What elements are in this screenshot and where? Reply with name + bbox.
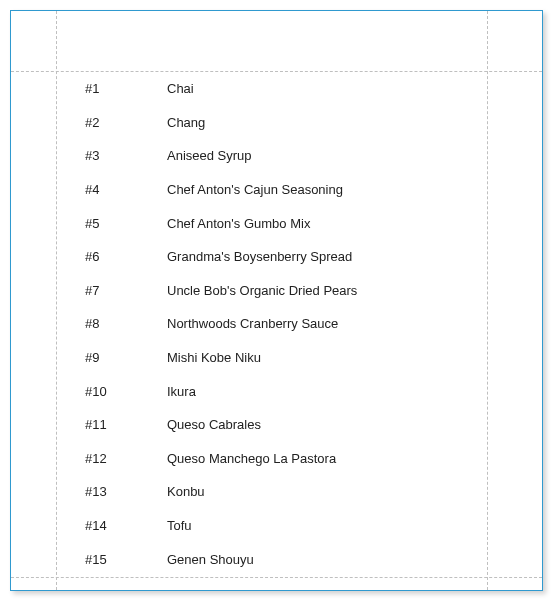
page: #1 Chai #2 Chang #3 Aniseed Syrup #4 Che… (0, 0, 555, 603)
item-index: #2 (57, 115, 167, 130)
list-item: #5 Chef Anton's Gumbo Mix (57, 206, 486, 240)
item-name: Queso Cabrales (167, 417, 486, 432)
list-item: #14 Tofu (57, 509, 486, 543)
list-item: #9 Mishi Kobe Niku (57, 341, 486, 375)
report-panel: #1 Chai #2 Chang #3 Aniseed Syrup #4 Che… (10, 10, 543, 591)
list-item: #1 Chai (57, 72, 486, 106)
item-index: #15 (57, 552, 167, 567)
item-index: #10 (57, 384, 167, 399)
item-index: #1 (57, 81, 167, 96)
list-item: #7 Uncle Bob's Organic Dried Pears (57, 274, 486, 308)
item-index: #11 (57, 417, 167, 432)
item-name: Tofu (167, 518, 486, 533)
item-name: Chai (167, 81, 486, 96)
list-item: #8 Northwoods Cranberry Sauce (57, 307, 486, 341)
list-item: #3 Aniseed Syrup (57, 139, 486, 173)
item-name: Mishi Kobe Niku (167, 350, 486, 365)
list-item: #2 Chang (57, 106, 486, 140)
item-index: #7 (57, 283, 167, 298)
item-name: Chang (167, 115, 486, 130)
list-item: #10 Ikura (57, 374, 486, 408)
item-index: #6 (57, 249, 167, 264)
item-index: #8 (57, 316, 167, 331)
item-name: Aniseed Syrup (167, 148, 486, 163)
list-item: #15 Genen Shouyu (57, 542, 486, 575)
item-name: Konbu (167, 484, 486, 499)
item-index: #5 (57, 216, 167, 231)
item-name: Northwoods Cranberry Sauce (167, 316, 486, 331)
item-name: Uncle Bob's Organic Dried Pears (167, 283, 486, 298)
item-name: Genen Shouyu (167, 552, 486, 567)
item-index: #14 (57, 518, 167, 533)
item-name: Chef Anton's Gumbo Mix (167, 216, 486, 231)
item-name: Grandma's Boysenberry Spread (167, 249, 486, 264)
list-item: #12 Queso Manchego La Pastora (57, 442, 486, 476)
item-index: #12 (57, 451, 167, 466)
list-item: #6 Grandma's Boysenberry Spread (57, 240, 486, 274)
report-content: #1 Chai #2 Chang #3 Aniseed Syrup #4 Che… (57, 72, 486, 575)
item-name: Ikura (167, 384, 486, 399)
item-index: #4 (57, 182, 167, 197)
list-item: #11 Queso Cabrales (57, 408, 486, 442)
item-name: Queso Manchego La Pastora (167, 451, 486, 466)
guide-horizontal-bottom (11, 577, 542, 578)
list-item: #4 Chef Anton's Cajun Seasoning (57, 173, 486, 207)
item-index: #3 (57, 148, 167, 163)
item-name: Chef Anton's Cajun Seasoning (167, 182, 486, 197)
item-index: #13 (57, 484, 167, 499)
guide-vertical-right (487, 11, 488, 590)
list-item: #13 Konbu (57, 475, 486, 509)
item-index: #9 (57, 350, 167, 365)
